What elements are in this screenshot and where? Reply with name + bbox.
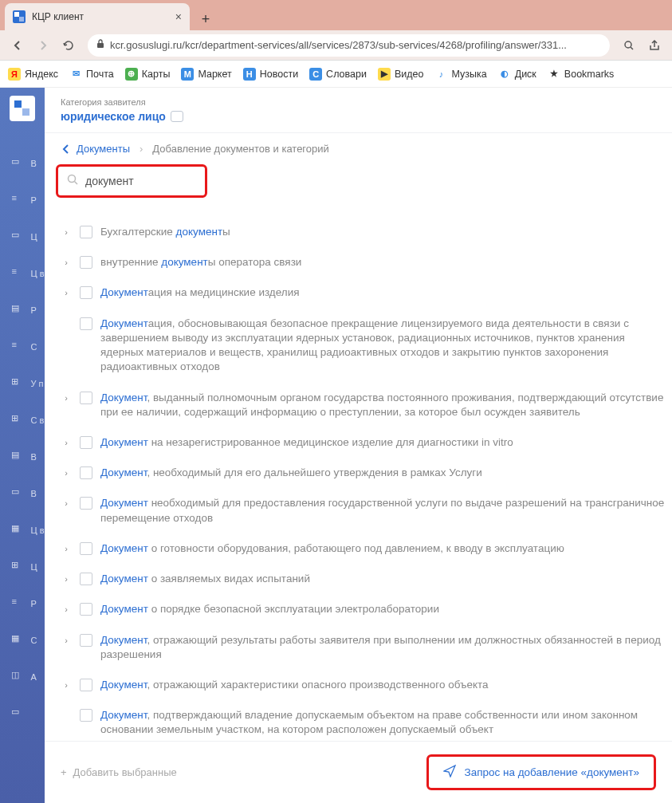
chevron-right-icon[interactable]: › (61, 285, 72, 297)
breadcrumb-back[interactable]: Документы (61, 143, 130, 155)
svg-rect-5 (14, 100, 22, 108)
sidebar-item[interactable]: ≡Ц в (0, 255, 44, 292)
checkbox[interactable] (80, 573, 92, 585)
bookmark-label: Новости (260, 69, 298, 80)
search-input[interactable] (85, 175, 197, 187)
checkbox[interactable] (80, 317, 92, 330)
bookmark-item[interactable]: ССловари (309, 68, 367, 81)
sidebar-item[interactable]: ▤Р (0, 292, 44, 329)
chevron-right-icon[interactable]: › (61, 255, 72, 267)
bookmark-item[interactable]: ММаркет (181, 68, 231, 81)
item-text[interactable]: Документ, подтверждающий владение допуск… (100, 708, 667, 737)
sidebar-icon: ▦ (11, 633, 26, 648)
app-logo[interactable] (10, 96, 35, 121)
sidebar-item[interactable]: ⊞У п (0, 365, 44, 402)
sidebar-label: В (30, 452, 36, 462)
chevron-right-icon[interactable]: › (61, 391, 72, 403)
bookmark-item[interactable]: ♪Музыка (434, 68, 486, 81)
item-text[interactable]: Документ о готовности оборудования, рабо… (100, 541, 564, 556)
item-text[interactable]: Документ о порядке безопасной эксплуатац… (100, 602, 439, 616)
item-text[interactable]: Документ необходимый для предоставления … (100, 496, 667, 525)
sidebar-item[interactable]: ▭В (0, 475, 44, 512)
item-text[interactable]: Документация, обосновывающая безопасное … (100, 317, 667, 375)
checkbox[interactable] (80, 603, 92, 616)
list-item: ›Документ о порядке безопасной эксплуата… (61, 594, 672, 624)
sidebar-item[interactable]: ▦Ц в (0, 512, 44, 549)
close-icon[interactable]: × (175, 10, 182, 23)
chevron-right-icon[interactable]: › (61, 435, 72, 447)
item-text[interactable]: Бухгалтерские документы (100, 225, 230, 239)
forward-button[interactable] (32, 34, 54, 57)
plus-icon: + (61, 766, 67, 778)
sidebar-item[interactable]: ⊞С в (0, 402, 44, 439)
bookmark-label: Музыка (451, 69, 486, 80)
share-icon[interactable] (643, 34, 666, 57)
item-text[interactable]: Документ, отражающий результаты работы з… (100, 633, 667, 662)
checkbox[interactable] (80, 497, 92, 510)
checkbox[interactable] (80, 466, 92, 479)
list-item: ›Документ, подтверждающий владение допус… (61, 700, 672, 741)
bookmark-label: Bookmarks (564, 69, 615, 80)
checkbox[interactable] (80, 286, 92, 299)
new-tab-button[interactable]: + (195, 8, 217, 30)
search-box[interactable] (56, 164, 207, 198)
checkbox[interactable] (80, 679, 92, 691)
item-text[interactable]: Документ, необходимый для его дальнейшег… (100, 466, 482, 480)
item-text[interactable]: внутренние документы оператора связи (100, 255, 301, 270)
item-text[interactable]: Документ о заявляемых видах испытаний (100, 572, 310, 586)
sidebar-label: Ц в (30, 525, 44, 535)
sidebar-icon: ≡ (11, 266, 26, 281)
chevron-right-icon[interactable]: › (61, 541, 72, 553)
chevron-right-icon[interactable]: › (61, 466, 72, 478)
chevron-right-icon[interactable]: › (61, 633, 72, 645)
bookmark-item[interactable]: ✉Почта (69, 68, 114, 81)
bookmark-label: Яндекс (25, 69, 58, 80)
chevron-right-icon[interactable]: › (61, 572, 72, 584)
bookmark-item[interactable]: ▶Видео (378, 68, 424, 81)
add-selected-button[interactable]: + Добавить выбранные (61, 766, 177, 778)
bookmark-item[interactable]: ННовости (243, 68, 298, 81)
bookmark-item[interactable]: ЯЯндекс (8, 68, 58, 81)
chat-icon[interactable] (171, 111, 183, 122)
search-toolbar-icon[interactable] (618, 34, 640, 57)
svg-rect-2 (19, 17, 24, 22)
sidebar-label: В (30, 159, 36, 168)
item-text[interactable]: Документ, отражающий характеристики опас… (100, 678, 489, 692)
checkbox[interactable] (80, 542, 92, 555)
bookmark-item[interactable]: ◐Диск (498, 68, 536, 81)
sidebar-item[interactable]: ≡С (0, 329, 44, 365)
item-text[interactable]: Документ на незарегистрированное медицин… (100, 435, 513, 450)
bookmark-item[interactable]: ★Bookmarks (548, 68, 615, 81)
sidebar-item[interactable]: ▦С (0, 622, 44, 659)
sidebar-item[interactable]: ≡Р (0, 182, 44, 218)
url-bar[interactable]: kcr.gosuslugi.ru/kcr/department-services… (88, 34, 610, 57)
chevron-right-icon[interactable]: › (61, 602, 72, 614)
back-button[interactable] (6, 34, 29, 57)
sidebar-item[interactable]: ▭ (0, 695, 44, 732)
sidebar-item[interactable]: ▭В (0, 145, 44, 182)
reload-button[interactable] (57, 34, 80, 57)
list-item: ›Документация на медицинские изделия (61, 278, 672, 308)
item-text[interactable]: Документация на медицинские изделия (100, 285, 300, 300)
chevron-right-icon[interactable]: › (61, 678, 72, 690)
sidebar-item[interactable]: ≡Р (0, 585, 44, 622)
request-add-button[interactable]: Запрос на добавление «документ» (426, 754, 656, 790)
browser-tab-active[interactable]: КЦР клиент × (5, 3, 190, 30)
chevron-right-icon[interactable]: › (61, 225, 72, 237)
checkbox[interactable] (80, 256, 92, 269)
send-icon (443, 765, 456, 780)
sidebar-item[interactable]: ⊞Ц (0, 549, 44, 585)
checkbox[interactable] (80, 392, 92, 404)
checkbox[interactable] (80, 436, 92, 449)
item-text[interactable]: Документ, выданный полномочным органом г… (100, 391, 667, 419)
sidebar-item[interactable]: ▭Ц (0, 218, 44, 255)
checkbox[interactable] (80, 709, 92, 722)
sidebar-item[interactable]: ◫А (0, 659, 44, 695)
chevron-right-icon[interactable]: › (61, 496, 72, 508)
bookmark-item[interactable]: ⊕Карты (125, 68, 171, 81)
breadcrumb: Документы › Добавление документов и кате… (45, 132, 672, 164)
sidebar-item[interactable]: ▤В (0, 439, 44, 475)
checkbox[interactable] (80, 226, 92, 238)
sidebar-label: Ц в (30, 269, 44, 278)
checkbox[interactable] (80, 634, 92, 647)
